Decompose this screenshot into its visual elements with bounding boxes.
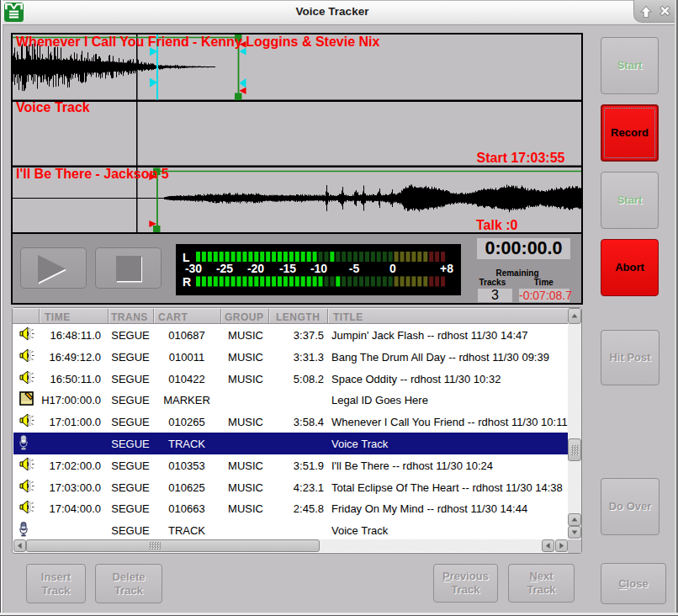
svg-text:-10: -10: [310, 262, 327, 275]
svg-text:-25: -25: [216, 262, 233, 275]
svg-text:-15: -15: [279, 262, 296, 275]
svg-text:-20: -20: [247, 262, 264, 275]
svg-text:R: R: [183, 275, 191, 289]
svg-text:-5: -5: [349, 262, 360, 275]
svg-text:-30: -30: [185, 262, 202, 275]
svg-text:+8: +8: [440, 262, 453, 275]
svg-text:0: 0: [389, 262, 396, 275]
